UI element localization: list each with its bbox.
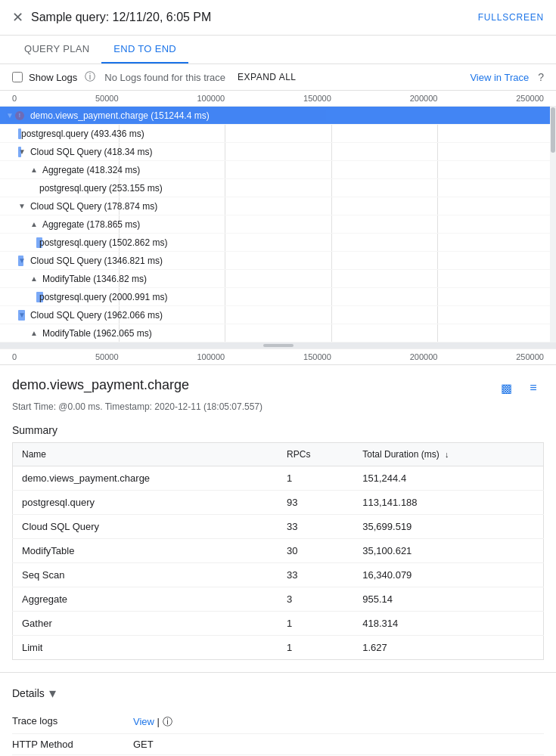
axis-label-0: 0 (12, 94, 17, 103)
axis-label-1: 50000 (95, 94, 119, 103)
row-label: demo.views_payment.charge (151244.4 ms) (27, 110, 210, 121)
expand-icon[interactable]: ▲ (30, 329, 38, 337)
tab-query-plan[interactable]: QUERY PLAN (12, 36, 101, 64)
row-label: Cloud SQL Query (1962.066 ms) (27, 310, 163, 321)
row-label: Cloud SQL Query (178.874 ms) (27, 201, 157, 212)
cell-rpcs: 33 (278, 515, 353, 539)
cell-duration: 418.314 (353, 612, 543, 636)
cell-name: Limit (13, 636, 278, 660)
table-row[interactable]: ModifyTable 30 35,100.621 (13, 539, 544, 563)
detail-title: demo.views_payment.charge (12, 377, 189, 393)
table-row[interactable]: postgresql.query 93 113,141.188 (13, 491, 544, 515)
sort-icon[interactable]: ↓ (445, 450, 449, 459)
timeline-row[interactable]: ▲ ModifyTable (1962.065 ms) (0, 324, 556, 342)
expand-all-button[interactable]: EXPAND ALL (238, 72, 296, 82)
toolbar: Show Logs ⓘ No Logs found for this trace… (0, 64, 556, 91)
timeline-row[interactable]: postgresql.query (253.155 ms) (0, 179, 556, 197)
timeline-row[interactable]: ▼ Cloud SQL Query (178.874 ms) (0, 197, 556, 215)
expand-icon[interactable]: ▲ (30, 166, 38, 174)
timeline-row[interactable]: ▼ ! demo.views_payment.charge (151244.4 … (0, 107, 556, 125)
table-row[interactable]: Aggregate 3 955.14 (13, 587, 544, 612)
cell-duration: 35,100.621 (353, 539, 543, 563)
cell-rpcs: 93 (278, 491, 353, 515)
expand-icon[interactable]: ▼ (18, 256, 26, 265)
show-logs-checkbox[interactable] (12, 72, 23, 82)
cell-duration: 35,699.519 (353, 515, 543, 539)
row-label: postgresql.query (2000.991 ms) (36, 292, 167, 302)
scroll-indicator-bar (263, 344, 294, 347)
cell-rpcs: 1 (278, 636, 353, 660)
details-header[interactable]: Details ▾ (12, 685, 544, 702)
expand-icon[interactable]: ▲ (30, 274, 38, 283)
cell-rpcs: 30 (278, 539, 353, 563)
no-logs-text: No Logs found for this trace (104, 72, 225, 83)
detail-actions: ▩ ≡ (495, 377, 544, 398)
list-view-icon[interactable]: ▩ (495, 377, 517, 398)
detail-val: View | ⓘ (133, 711, 544, 734)
cell-rpcs: 1 (278, 466, 353, 491)
table-row[interactable]: Gather 1 418.314 (13, 612, 544, 636)
detail-val: GET (133, 734, 544, 755)
timeline-row[interactable]: ▼ Cloud SQL Query (418.34 ms) (0, 143, 556, 161)
fullscreen-button[interactable]: FULLSCREEN (478, 12, 544, 23)
timeline-row[interactable]: postgresql.query (1502.862 ms) (0, 234, 556, 252)
bottom-axis-label-0: 0 (12, 352, 17, 361)
tabs-bar: QUERY PLAN END TO END (0, 36, 556, 64)
row-label: Aggregate (418.324 ms) (39, 165, 140, 175)
chart-view-icon[interactable]: ≡ (523, 377, 544, 398)
timeline-row[interactable]: postgresql.query (2000.991 ms) (0, 288, 556, 306)
bottom-axis-label-2: 100000 (197, 352, 225, 361)
axis-label-5: 250000 (516, 94, 544, 103)
timeline-row[interactable]: ▲ ModifyTable (1346.82 ms) (0, 270, 556, 288)
row-label: postgresql.query (253.155 ms) (36, 183, 163, 194)
timeline-row[interactable]: postgresql.query (493.436 ms) (0, 125, 556, 143)
timeline-row[interactable]: ▼ Cloud SQL Query (1346.821 ms) (0, 252, 556, 270)
expand-icon[interactable]: ▼ (18, 202, 26, 210)
expand-icon[interactable]: ▼ (6, 111, 14, 119)
axis-label-3: 150000 (303, 94, 331, 103)
timeline-row[interactable]: ▲ Aggregate (418.324 ms) (0, 161, 556, 179)
chevron-down-icon[interactable]: ▾ (49, 685, 56, 702)
summary-table: Name RPCs Total Duration (ms) ↓ demo.vie… (12, 442, 544, 660)
bottom-axis-label-3: 150000 (303, 352, 331, 361)
tab-end-to-end[interactable]: END TO END (101, 36, 188, 64)
expand-icon[interactable]: ▼ (18, 311, 26, 319)
help-icon[interactable]: ? (538, 71, 544, 83)
cell-name: Cloud SQL Query (13, 515, 278, 539)
trace-logs-link[interactable]: View (133, 716, 154, 727)
close-icon[interactable]: ✕ (12, 9, 23, 26)
show-logs-label: Show Logs (29, 72, 77, 83)
table-row[interactable]: demo.views_payment.charge 1 151,244.4 (13, 466, 544, 491)
col-duration: Total Duration (ms) ↓ (353, 443, 543, 466)
cell-name: demo.views_payment.charge (13, 466, 278, 491)
scrollbar-thumb[interactable] (551, 107, 555, 153)
detail-value: GET (133, 739, 154, 750)
row-label: Aggregate (178.865 ms) (39, 219, 140, 230)
timeline-row[interactable]: ▼ Cloud SQL Query (1962.066 ms) (0, 306, 556, 324)
timeline-row[interactable]: ▲ Aggregate (178.865 ms) (0, 215, 556, 234)
timeline-axis-top: 0 50000 100000 150000 200000 250000 (0, 91, 556, 107)
detail-key: Trace logs (12, 711, 133, 734)
table-row[interactable]: Cloud SQL Query 33 35,699.519 (13, 515, 544, 539)
table-row[interactable]: Seq Scan 33 16,340.079 (13, 563, 544, 587)
header: ✕ Sample query: 12/11/20, 6:05 PM FULLSC… (0, 0, 556, 36)
row-label: ModifyTable (1346.82 ms) (39, 274, 147, 284)
header-left: ✕ Sample query: 12/11/20, 6:05 PM (12, 9, 211, 26)
info-icon[interactable]: ⓘ (163, 716, 172, 727)
cell-duration: 1.627 (353, 636, 543, 660)
expand-icon[interactable]: ▲ (30, 220, 38, 228)
cell-name: ModifyTable (13, 539, 278, 563)
timeline-section: 0 50000 100000 150000 200000 250000 ▼ ! … (0, 91, 556, 364)
cell-rpcs: 33 (278, 563, 353, 587)
cell-duration: 955.14 (353, 587, 543, 612)
cell-duration: 113,141.188 (353, 491, 543, 515)
details-section: Details ▾ Trace logs View | ⓘ HTTP Metho… (0, 672, 556, 756)
vertical-scrollbar[interactable] (550, 107, 556, 342)
table-row[interactable]: Limit 1 1.627 (13, 636, 544, 660)
col-rpcs: RPCs (278, 443, 353, 466)
view-in-trace-link[interactable]: View in Trace (470, 72, 529, 83)
expand-icon[interactable]: ▼ (18, 147, 26, 156)
cell-duration: 16,340.079 (353, 563, 543, 587)
info-icon[interactable]: ⓘ (85, 70, 95, 84)
cell-name: postgresql.query (13, 491, 278, 515)
